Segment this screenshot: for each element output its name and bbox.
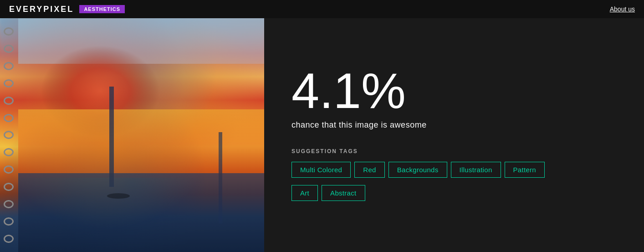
svg-rect-2 bbox=[18, 109, 264, 178]
header: EVERYPIXEL AESTHETICS About us bbox=[0, 0, 644, 18]
tag-backgrounds[interactable]: Backgrounds bbox=[388, 162, 447, 178]
image-section bbox=[0, 18, 264, 252]
spiral-ring bbox=[4, 45, 14, 53]
spiral-ring bbox=[4, 148, 14, 156]
spiral-binding bbox=[0, 18, 18, 252]
main-content: 4.1% chance that this image is awesome S… bbox=[0, 18, 644, 252]
tag-pattern[interactable]: Pattern bbox=[505, 162, 545, 178]
svg-point-6 bbox=[107, 193, 130, 199]
spiral-ring bbox=[4, 217, 14, 226]
svg-rect-3 bbox=[18, 173, 264, 252]
aesthetics-badge: AESTHETICS bbox=[79, 5, 125, 13]
spiral-ring bbox=[4, 183, 14, 191]
suggestion-tags-label: SUGGESTION TAGS bbox=[291, 148, 617, 154]
tag-abstract[interactable]: Abstract bbox=[322, 185, 365, 201]
spiral-ring bbox=[4, 114, 14, 122]
spiral-ring bbox=[4, 200, 14, 208]
tag-multi-colored[interactable]: Multi Colored bbox=[291, 162, 351, 178]
logo: EVERYPIXEL bbox=[9, 5, 74, 14]
spiral-ring bbox=[4, 62, 14, 70]
svg-rect-5 bbox=[219, 132, 222, 223]
about-link[interactable]: About us bbox=[610, 5, 635, 13]
svg-rect-0 bbox=[18, 18, 264, 64]
spiral-ring bbox=[4, 131, 14, 139]
header-left: EVERYPIXEL AESTHETICS bbox=[9, 5, 125, 14]
score-subtitle: chance that this image is awesome bbox=[291, 120, 617, 130]
tag-red[interactable]: Red bbox=[354, 162, 384, 178]
spiral-ring bbox=[4, 235, 14, 243]
info-section: 4.1% chance that this image is awesome S… bbox=[264, 18, 644, 252]
artwork-image bbox=[0, 18, 264, 252]
tags-row-1: Multi Colored Red Backgrounds Illustrati… bbox=[291, 162, 545, 178]
spiral-ring bbox=[4, 97, 14, 105]
tag-illustration[interactable]: Illustration bbox=[451, 162, 501, 178]
tag-art[interactable]: Art bbox=[291, 185, 318, 201]
spiral-ring bbox=[4, 165, 14, 174]
spiral-ring bbox=[4, 27, 14, 36]
tags-row-2: Art Abstract bbox=[291, 185, 365, 201]
spiral-ring bbox=[4, 79, 14, 87]
svg-rect-4 bbox=[109, 87, 114, 187]
tags-container: Multi Colored Red Backgrounds Illustrati… bbox=[291, 162, 617, 205]
score-percentage: 4.1% bbox=[291, 66, 617, 116]
